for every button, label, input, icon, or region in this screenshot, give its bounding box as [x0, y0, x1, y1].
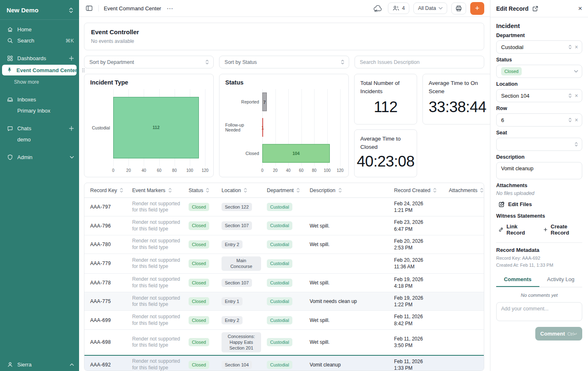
sidebar-item-dashboards[interactable]: Dashboards: [0, 53, 79, 64]
comment-input[interactable]: [496, 302, 582, 321]
edit-record-panel: Edit Record × Incident Department Custod…: [490, 0, 588, 371]
sidebar-item-admin[interactable]: Admin: [0, 152, 79, 163]
updown-icon[interactable]: [568, 45, 572, 49]
sidebar-item-primary-inbox[interactable]: Primary Inbox: [0, 105, 79, 116]
chart-bar-follow-up-needed: 1: [262, 118, 263, 137]
bar-value-label: 7: [264, 99, 266, 104]
add-record-button[interactable]: +: [470, 2, 484, 15]
location-cell: Section 107: [219, 219, 264, 232]
gridline: [205, 89, 205, 166]
table-row-aaa-778[interactable]: AAA-778Render not supported for this fie…: [84, 273, 484, 292]
table-row-aaa-698[interactable]: AAA-698Render not supported for this fie…: [84, 329, 484, 355]
status-cell: Closed: [186, 276, 219, 289]
table-row-aaa-775[interactable]: AAA-775Render not supported for this fie…: [84, 292, 484, 310]
column-header-department[interactable]: Department: [264, 188, 307, 193]
attachments-cell: [446, 242, 482, 247]
more-options-button[interactable]: ···: [165, 5, 175, 12]
open-full-record-icon[interactable]: [532, 6, 538, 12]
status-cell: Closed: [186, 219, 219, 232]
stat-value: 112: [360, 95, 411, 119]
chart-band: 104: [262, 141, 340, 166]
updown-icon[interactable]: [574, 142, 578, 147]
location-field[interactable]: Section 104 ×: [496, 89, 582, 102]
description-field[interactable]: Vomit cleanup: [496, 162, 582, 179]
description-cell: [307, 261, 392, 266]
sidebar-show-more[interactable]: Show more: [0, 76, 79, 87]
add-chat-button[interactable]: [69, 126, 74, 131]
clear-field-icon[interactable]: ×: [575, 93, 578, 99]
presence-button[interactable]: 4: [388, 2, 409, 14]
table-row-aaa-779[interactable]: AAA-779Render not supported for this fie…: [84, 254, 484, 273]
record-type-title: Incident: [496, 22, 582, 29]
column-header-status[interactable]: Status: [186, 188, 219, 193]
column-label: Status: [189, 188, 203, 193]
column-header-record-key[interactable]: Record Key: [88, 188, 130, 193]
data-scope-value: All Data: [418, 5, 436, 11]
tab-comments[interactable]: Comments: [496, 273, 539, 287]
no-comments-text: No comments yet: [496, 293, 582, 298]
updown-icon: [341, 59, 345, 65]
status-field[interactable]: Closed: [496, 65, 582, 78]
location-badge: Section 107: [222, 279, 252, 287]
column-header-description[interactable]: Description: [307, 188, 392, 193]
column-header-record-created[interactable]: Record Created: [392, 188, 446, 193]
location-badge: Entry 2: [222, 316, 243, 324]
sidebar-item-home[interactable]: Home: [0, 24, 79, 35]
home-icon: [7, 26, 13, 33]
record-created-cell: Feb 19, 20264:18 PM: [392, 274, 446, 292]
table-row-aaa-692[interactable]: AAA-692Render not supported for this fie…: [84, 355, 484, 371]
department-badge: Custodial: [267, 316, 292, 324]
sidebar-item-inboxes[interactable]: Inboxes: [0, 94, 79, 105]
table-row-aaa-796[interactable]: AAA-796Render not supported for this fie…: [84, 216, 484, 235]
total-incidents-card: Total Number of Incidents 112: [354, 74, 417, 124]
description-cell: Wet spill.: [307, 239, 392, 250]
column-header-attachments[interactable]: Attachments: [446, 188, 484, 193]
column-header-location[interactable]: Location: [219, 188, 264, 193]
department-value: Custodial: [501, 44, 565, 50]
column-header-event-markers[interactable]: Event Markers: [130, 188, 186, 193]
updown-icon[interactable]: [568, 93, 572, 98]
inbox-icon: [7, 96, 13, 103]
event-markers-cell: Render not supported for this field type: [130, 255, 186, 272]
row-field[interactable]: 6 ×: [496, 113, 582, 127]
department-badge: Custodial: [267, 259, 292, 268]
sidebar-item-search[interactable]: Search ⌘K: [0, 35, 79, 46]
sidebar-item-label: Home: [17, 26, 74, 33]
create-record-button[interactable]: Create Record: [541, 221, 582, 238]
toggle-sidebar-button[interactable]: [84, 3, 94, 13]
updown-icon[interactable]: [568, 117, 572, 122]
edit-files-button[interactable]: Edit Files: [496, 199, 534, 210]
department-cell: Custodial: [264, 336, 307, 349]
sidebar-item-chat-demo[interactable]: demo: [0, 134, 79, 145]
sort-by-department-select[interactable]: Sort by Department: [84, 56, 214, 68]
table-row-aaa-780[interactable]: AAA-780Render not supported for this fie…: [84, 235, 484, 254]
seat-field[interactable]: [496, 138, 582, 151]
clear-field-icon[interactable]: ×: [575, 117, 578, 123]
sidebar-user-menu[interactable]: Sierra: [0, 359, 79, 371]
table-row-aaa-699[interactable]: AAA-699Render not supported for this fie…: [84, 310, 484, 329]
sidebar-item-event-command-center[interactable]: Event Command Center: [2, 65, 77, 75]
chevron-up-icon: [70, 363, 74, 366]
sort-by-status-select[interactable]: Sort by Status: [219, 56, 349, 68]
table-row-aaa-797[interactable]: AAA-797Render not supported for this fie…: [84, 198, 484, 216]
submit-comment-button[interactable]: Comment Ctrl↵: [535, 327, 582, 340]
data-scope-dropdown[interactable]: All Data: [413, 2, 447, 14]
chevron-down-icon: [439, 7, 443, 9]
close-panel-button[interactable]: ×: [578, 5, 582, 12]
tab-activity-log[interactable]: Activity Log: [539, 273, 583, 287]
status-cell: Closed: [186, 200, 219, 214]
add-dashboard-button[interactable]: [69, 56, 74, 61]
department-field[interactable]: Custodial ×: [496, 40, 582, 54]
attachments-label: Attachments: [496, 183, 582, 188]
record-key-cell: AAA-796: [88, 221, 130, 231]
workspace-switcher[interactable]: New Demo: [0, 4, 79, 20]
sidebar-item-chats[interactable]: Chats: [0, 123, 79, 134]
clear-field-icon[interactable]: ×: [575, 44, 578, 50]
print-button[interactable]: [451, 2, 466, 14]
table-body: AAA-797Render not supported for this fie…: [84, 198, 484, 371]
sync-cloud-icon[interactable]: [372, 3, 384, 14]
sidebar-item-label: Dashboards: [17, 55, 65, 61]
link-record-button[interactable]: Link Record: [496, 221, 534, 238]
search-issues-input[interactable]: [360, 59, 480, 65]
comment-actions: Comment Ctrl↵: [496, 327, 582, 340]
